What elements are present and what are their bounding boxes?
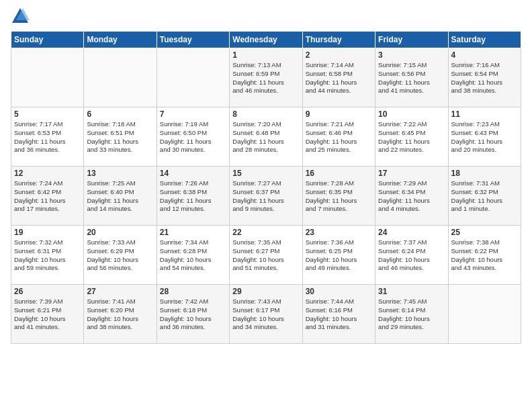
day-number: 11 bbox=[451, 109, 518, 119]
day-number: 12 bbox=[14, 169, 81, 178]
day-info: Sunrise: 7:23 AM Sunset: 6:43 PM Dayligh… bbox=[451, 120, 518, 154]
day-cell: 25Sunrise: 7:38 AM Sunset: 6:22 PM Dayli… bbox=[448, 226, 521, 285]
day-cell: 19Sunrise: 7:32 AM Sunset: 6:31 PM Dayli… bbox=[11, 226, 84, 285]
calendar-table: SundayMondayTuesdayWednesdayThursdayFrid… bbox=[11, 31, 521, 344]
day-number: 6 bbox=[87, 109, 153, 119]
day-cell bbox=[11, 48, 84, 107]
day-info: Sunrise: 7:22 AM Sunset: 6:45 PM Dayligh… bbox=[378, 120, 445, 154]
day-number: 3 bbox=[378, 50, 445, 60]
day-cell: 1Sunrise: 7:13 AM Sunset: 6:59 PM Daylig… bbox=[230, 48, 302, 107]
day-info: Sunrise: 7:14 AM Sunset: 6:58 PM Dayligh… bbox=[306, 61, 372, 95]
day-info: Sunrise: 7:41 AM Sunset: 6:20 PM Dayligh… bbox=[87, 298, 153, 332]
weekday-wednesday: Wednesday bbox=[230, 32, 302, 48]
day-info: Sunrise: 7:36 AM Sunset: 6:25 PM Dayligh… bbox=[306, 238, 372, 273]
day-number: 27 bbox=[87, 287, 153, 296]
day-number: 1 bbox=[232, 50, 299, 60]
day-info: Sunrise: 7:33 AM Sunset: 6:29 PM Dayligh… bbox=[87, 238, 153, 273]
day-number: 7 bbox=[160, 109, 226, 119]
day-cell: 26Sunrise: 7:39 AM Sunset: 6:21 PM Dayli… bbox=[11, 285, 84, 344]
day-number: 2 bbox=[306, 50, 372, 60]
day-cell bbox=[84, 48, 157, 107]
day-number: 21 bbox=[160, 228, 226, 237]
day-number: 23 bbox=[306, 228, 372, 237]
day-cell: 9Sunrise: 7:21 AM Sunset: 6:46 PM Daylig… bbox=[302, 107, 375, 167]
day-info: Sunrise: 7:26 AM Sunset: 6:38 PM Dayligh… bbox=[160, 179, 226, 214]
day-info: Sunrise: 7:32 AM Sunset: 6:31 PM Dayligh… bbox=[14, 238, 81, 273]
day-cell: 8Sunrise: 7:20 AM Sunset: 6:48 PM Daylig… bbox=[230, 107, 302, 167]
day-info: Sunrise: 7:29 AM Sunset: 6:34 PM Dayligh… bbox=[378, 179, 445, 214]
day-number: 24 bbox=[378, 228, 445, 237]
logo bbox=[11, 7, 32, 26]
day-number: 22 bbox=[232, 228, 299, 237]
weekday-tuesday: Tuesday bbox=[157, 32, 229, 48]
day-cell: 24Sunrise: 7:37 AM Sunset: 6:24 PM Dayli… bbox=[375, 226, 448, 285]
day-number: 29 bbox=[232, 287, 299, 296]
day-number: 31 bbox=[378, 287, 445, 296]
logo-icon bbox=[11, 7, 30, 26]
day-cell: 4Sunrise: 7:16 AM Sunset: 6:54 PM Daylig… bbox=[448, 48, 521, 107]
day-cell: 18Sunrise: 7:31 AM Sunset: 6:32 PM Dayli… bbox=[448, 167, 521, 226]
day-cell: 6Sunrise: 7:18 AM Sunset: 6:51 PM Daylig… bbox=[84, 107, 157, 167]
weekday-sunday: Sunday bbox=[11, 32, 84, 48]
day-info: Sunrise: 7:24 AM Sunset: 6:42 PM Dayligh… bbox=[14, 179, 81, 214]
day-info: Sunrise: 7:31 AM Sunset: 6:32 PM Dayligh… bbox=[451, 179, 518, 214]
day-number: 30 bbox=[306, 287, 372, 296]
weekday-thursday: Thursday bbox=[302, 32, 375, 48]
day-cell bbox=[448, 285, 521, 344]
day-cell: 23Sunrise: 7:36 AM Sunset: 6:25 PM Dayli… bbox=[302, 226, 375, 285]
weekday-friday: Friday bbox=[375, 32, 448, 48]
day-info: Sunrise: 7:28 AM Sunset: 6:35 PM Dayligh… bbox=[306, 179, 372, 214]
day-info: Sunrise: 7:25 AM Sunset: 6:40 PM Dayligh… bbox=[87, 179, 153, 214]
week-row-5: 26Sunrise: 7:39 AM Sunset: 6:21 PM Dayli… bbox=[11, 285, 521, 344]
day-number: 9 bbox=[306, 109, 372, 119]
page-header bbox=[11, 7, 521, 26]
weekday-monday: Monday bbox=[84, 32, 157, 48]
day-number: 15 bbox=[232, 169, 299, 178]
day-info: Sunrise: 7:15 AM Sunset: 6:56 PM Dayligh… bbox=[378, 61, 445, 95]
day-cell: 16Sunrise: 7:28 AM Sunset: 6:35 PM Dayli… bbox=[302, 167, 375, 226]
day-info: Sunrise: 7:21 AM Sunset: 6:46 PM Dayligh… bbox=[306, 120, 372, 154]
day-info: Sunrise: 7:18 AM Sunset: 6:51 PM Dayligh… bbox=[87, 120, 153, 154]
calendar-body: 1Sunrise: 7:13 AM Sunset: 6:59 PM Daylig… bbox=[11, 48, 521, 344]
week-row-4: 19Sunrise: 7:32 AM Sunset: 6:31 PM Dayli… bbox=[11, 226, 521, 285]
day-cell: 2Sunrise: 7:14 AM Sunset: 6:58 PM Daylig… bbox=[302, 48, 375, 107]
day-number: 4 bbox=[451, 50, 518, 60]
day-cell: 20Sunrise: 7:33 AM Sunset: 6:29 PM Dayli… bbox=[84, 226, 157, 285]
day-cell: 28Sunrise: 7:42 AM Sunset: 6:18 PM Dayli… bbox=[157, 285, 229, 344]
day-cell: 21Sunrise: 7:34 AM Sunset: 6:28 PM Dayli… bbox=[157, 226, 229, 285]
day-info: Sunrise: 7:45 AM Sunset: 6:14 PM Dayligh… bbox=[378, 298, 445, 332]
weekday-header-row: SundayMondayTuesdayWednesdayThursdayFrid… bbox=[11, 32, 521, 48]
day-cell: 29Sunrise: 7:43 AM Sunset: 6:17 PM Dayli… bbox=[230, 285, 302, 344]
day-cell: 3Sunrise: 7:15 AM Sunset: 6:56 PM Daylig… bbox=[375, 48, 448, 107]
day-info: Sunrise: 7:44 AM Sunset: 6:16 PM Dayligh… bbox=[306, 298, 372, 332]
day-cell: 27Sunrise: 7:41 AM Sunset: 6:20 PM Dayli… bbox=[84, 285, 157, 344]
day-info: Sunrise: 7:20 AM Sunset: 6:48 PM Dayligh… bbox=[232, 120, 299, 154]
day-info: Sunrise: 7:43 AM Sunset: 6:17 PM Dayligh… bbox=[232, 298, 299, 332]
day-info: Sunrise: 7:35 AM Sunset: 6:27 PM Dayligh… bbox=[232, 238, 299, 273]
day-info: Sunrise: 7:34 AM Sunset: 6:28 PM Dayligh… bbox=[160, 238, 226, 273]
day-number: 5 bbox=[14, 109, 81, 119]
day-number: 25 bbox=[451, 228, 518, 237]
day-number: 17 bbox=[378, 169, 445, 178]
day-info: Sunrise: 7:16 AM Sunset: 6:54 PM Dayligh… bbox=[451, 61, 518, 95]
weekday-saturday: Saturday bbox=[448, 32, 521, 48]
day-cell: 30Sunrise: 7:44 AM Sunset: 6:16 PM Dayli… bbox=[302, 285, 375, 344]
day-info: Sunrise: 7:39 AM Sunset: 6:21 PM Dayligh… bbox=[14, 298, 81, 332]
day-number: 13 bbox=[87, 169, 153, 178]
day-number: 20 bbox=[87, 228, 153, 237]
day-cell: 15Sunrise: 7:27 AM Sunset: 6:37 PM Dayli… bbox=[230, 167, 302, 226]
day-info: Sunrise: 7:27 AM Sunset: 6:37 PM Dayligh… bbox=[232, 179, 299, 214]
day-info: Sunrise: 7:42 AM Sunset: 6:18 PM Dayligh… bbox=[160, 298, 226, 332]
day-number: 14 bbox=[160, 169, 226, 178]
day-number: 10 bbox=[378, 109, 445, 119]
day-cell: 11Sunrise: 7:23 AM Sunset: 6:43 PM Dayli… bbox=[448, 107, 521, 167]
day-number: 18 bbox=[451, 169, 518, 178]
day-info: Sunrise: 7:19 AM Sunset: 6:50 PM Dayligh… bbox=[160, 120, 226, 154]
day-number: 28 bbox=[160, 287, 226, 296]
week-row-2: 5Sunrise: 7:17 AM Sunset: 6:53 PM Daylig… bbox=[11, 107, 521, 167]
week-row-1: 1Sunrise: 7:13 AM Sunset: 6:59 PM Daylig… bbox=[11, 48, 521, 107]
day-number: 8 bbox=[232, 109, 299, 119]
day-cell: 7Sunrise: 7:19 AM Sunset: 6:50 PM Daylig… bbox=[157, 107, 229, 167]
day-cell: 12Sunrise: 7:24 AM Sunset: 6:42 PM Dayli… bbox=[11, 167, 84, 226]
day-cell: 14Sunrise: 7:26 AM Sunset: 6:38 PM Dayli… bbox=[157, 167, 229, 226]
